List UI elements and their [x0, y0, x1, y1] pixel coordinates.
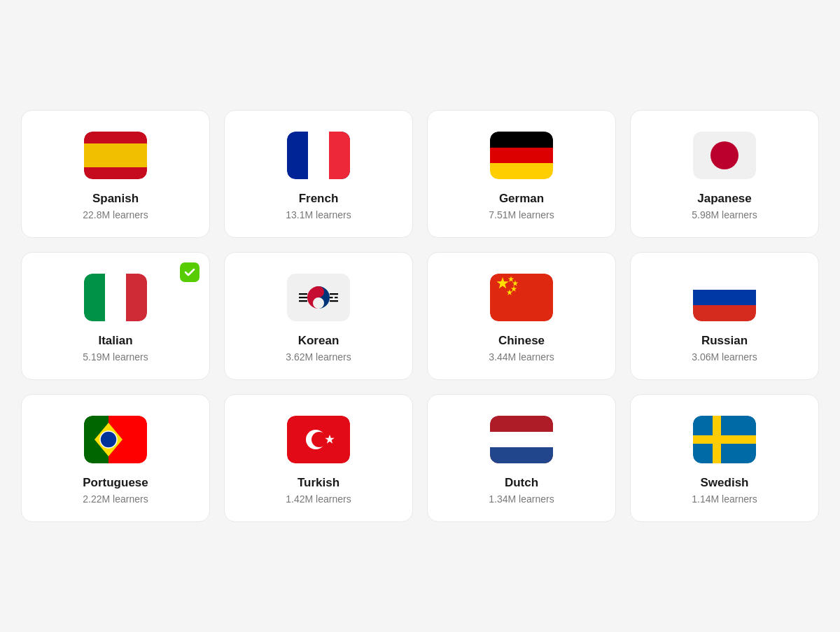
flag-jp: [693, 132, 756, 179]
flag-nl: [490, 416, 553, 463]
selected-badge: [180, 262, 200, 282]
svg-rect-1: [84, 143, 147, 167]
learners-count: 1.42M learners: [286, 493, 351, 505]
learners-count: 22.8M learners: [83, 209, 148, 220]
language-name: Portuguese: [83, 476, 148, 490]
learners-count: 3.06M learners: [692, 351, 757, 363]
flag-it: [84, 274, 147, 321]
learners-count: 3.62M learners: [286, 351, 351, 363]
svg-rect-4: [329, 132, 350, 179]
svg-rect-22: [330, 300, 338, 302]
language-name: Swedish: [701, 476, 749, 490]
language-name: Korean: [298, 334, 340, 348]
svg-rect-46: [693, 435, 756, 444]
learners-count: 1.34M learners: [489, 493, 554, 505]
language-name: Japanese: [697, 192, 752, 206]
svg-point-39: [312, 432, 327, 447]
svg-rect-3: [308, 132, 329, 179]
svg-rect-17: [299, 297, 307, 298]
language-grid: Spanish22.8M learnersFrench13.1M learner…: [21, 110, 819, 522]
svg-rect-6: [490, 132, 553, 148]
flag-pt: [84, 416, 147, 463]
svg-rect-21: [335, 297, 338, 298]
learners-count: 5.98M learners: [692, 209, 757, 220]
svg-point-10: [710, 141, 738, 169]
svg-rect-11: [84, 274, 105, 321]
flag-se: [693, 416, 756, 463]
learners-count: 5.19M learners: [83, 351, 148, 363]
svg-rect-7: [490, 148, 553, 163]
flag-tr: [287, 416, 350, 463]
flag-fr: [287, 132, 350, 179]
language-card-kr[interactable]: Korean3.62M learners: [224, 252, 413, 380]
svg-rect-19: [330, 293, 338, 295]
svg-rect-30: [693, 290, 756, 305]
flag-cn: [490, 274, 553, 321]
svg-rect-31: [693, 305, 756, 321]
language-name: Spanish: [92, 192, 139, 206]
flag-es: [84, 132, 147, 179]
language-card-ru[interactable]: Russian3.06M learners: [630, 252, 819, 380]
language-name: German: [499, 192, 544, 206]
language-card-es[interactable]: Spanish22.8M learners: [21, 110, 210, 238]
svg-rect-8: [490, 163, 553, 179]
language-card-fr[interactable]: French13.1M learners: [224, 110, 413, 238]
language-card-tr[interactable]: Turkish1.42M learners: [224, 394, 413, 522]
language-card-pt[interactable]: Portuguese2.22M learners: [21, 394, 210, 522]
learners-count: 7.51M learners: [489, 209, 554, 220]
flag-kr: [287, 274, 350, 321]
language-name: Chinese: [498, 334, 545, 348]
language-card-se[interactable]: Swedish1.14M learners: [630, 394, 819, 522]
language-card-de[interactable]: German7.51M learners: [427, 110, 616, 238]
language-name: Turkish: [298, 476, 340, 490]
learners-count: 1.14M learners: [692, 493, 757, 505]
learners-count: 3.44M learners: [489, 351, 554, 363]
language-card-nl[interactable]: Dutch1.34M learners: [427, 394, 616, 522]
svg-rect-12: [105, 274, 126, 321]
language-name: Russian: [701, 334, 748, 348]
svg-rect-16: [299, 293, 307, 295]
flag-ru: [693, 274, 756, 321]
svg-rect-42: [490, 432, 553, 447]
svg-rect-18: [299, 300, 307, 302]
svg-rect-43: [490, 447, 553, 463]
svg-rect-13: [126, 274, 147, 321]
language-card-it[interactable]: Italian5.19M learners: [21, 252, 210, 380]
flag-de: [490, 132, 553, 179]
svg-rect-20: [330, 297, 333, 298]
language-card-cn[interactable]: Chinese3.44M learners: [427, 252, 616, 380]
language-card-jp[interactable]: Japanese5.98M learners: [630, 110, 819, 238]
language-name: Italian: [98, 334, 132, 348]
svg-rect-23: [490, 274, 553, 321]
language-name: French: [299, 192, 339, 206]
language-name: Dutch: [505, 476, 538, 490]
learners-count: 13.1M learners: [286, 209, 351, 220]
learners-count: 2.22M learners: [83, 493, 148, 505]
